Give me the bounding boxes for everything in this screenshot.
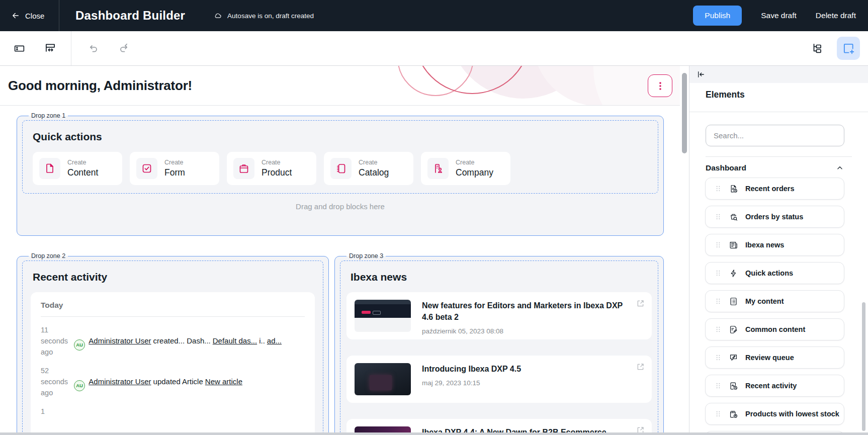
quick-action-prefix: Create xyxy=(359,159,389,166)
dashboard-section-header[interactable]: Dashboard xyxy=(706,163,844,172)
close-button[interactable]: Close xyxy=(0,0,59,31)
element-item[interactable]: Review queue xyxy=(705,346,844,369)
quick-action-card[interactable]: Create Product xyxy=(227,152,316,185)
quick-action-prefix: Create xyxy=(67,159,98,166)
distribute-blocks-button[interactable] xyxy=(44,42,57,55)
el-ibexa-news-icon xyxy=(729,240,738,250)
back-arrow-icon xyxy=(11,11,20,20)
activity-timestamp: 1 xyxy=(41,406,68,417)
drop-zone-3[interactable]: Drop zone 3 Ibexa news New features for … xyxy=(334,252,664,435)
ibexa-news-block[interactable]: Ibexa news New features for Editors and … xyxy=(340,260,658,435)
greeting-title: Good morning, Administrator! xyxy=(8,78,192,94)
element-label: Recent activity xyxy=(745,382,797,390)
activity-message: AU Administrator Usercreated... Dash...D… xyxy=(74,324,305,358)
element-label: Common content xyxy=(745,325,805,333)
collapse-panel-button[interactable] xyxy=(697,70,706,79)
redo-button[interactable] xyxy=(118,42,131,55)
open-external-button[interactable] xyxy=(636,299,645,308)
quick-action-card[interactable]: Create Content xyxy=(33,152,122,185)
collapse-panel-icon xyxy=(697,70,706,79)
canvas-scrollbar-thumb[interactable] xyxy=(682,73,687,153)
panel-title: Elements xyxy=(706,90,868,100)
panel-collapse-strip xyxy=(689,66,868,83)
activity-link[interactable]: Default das... xyxy=(213,336,257,345)
toolbar-divider xyxy=(71,31,71,65)
dashboard-options-button[interactable] xyxy=(648,74,672,97)
panel-divider xyxy=(706,156,852,157)
activity-link[interactable]: Administrator User xyxy=(89,336,151,345)
drop-zone-2[interactable]: Drop zone 2 Recent activity Today 11 sec… xyxy=(17,252,329,435)
drag-handle-icon[interactable] xyxy=(715,354,722,361)
el-my-content-icon xyxy=(729,297,738,306)
drag-handle-icon[interactable] xyxy=(715,410,722,417)
window-bottom-edge xyxy=(0,432,868,435)
drag-handle-icon[interactable] xyxy=(715,241,722,248)
activity-text: created... Dash... xyxy=(153,336,211,345)
autosave-text: Autosave is on, draft created xyxy=(227,12,314,20)
insert-field-button[interactable] xyxy=(13,42,26,55)
drag-handle-icon[interactable] xyxy=(715,298,722,305)
el-products-lowest-stock-icon xyxy=(729,409,738,419)
undo-icon xyxy=(86,42,99,55)
drag-handle-icon[interactable] xyxy=(715,326,722,333)
quick-action-label: Catalog xyxy=(359,167,389,178)
activity-link[interactable]: Administrator User xyxy=(89,377,151,386)
quick-action-card[interactable]: Create Form xyxy=(130,152,219,185)
drop-zone-1-label: Drop zone 1 xyxy=(29,112,68,119)
element-item[interactable]: Products with lowest stock xyxy=(705,403,844,425)
news-title: Introducing Ibexa DXP 4.5 xyxy=(422,363,627,375)
quick-action-label: Content xyxy=(67,167,98,178)
recent-activity-block[interactable]: Recent activity Today 11 seconds ago AU xyxy=(22,260,323,435)
element-item[interactable]: Orders by status xyxy=(705,206,844,228)
drop-zone-1[interactable]: Drop zone 1 Quick actions Create Content xyxy=(17,112,664,236)
news-item[interactable]: New features for Editors and Marketers i… xyxy=(346,292,652,339)
el-quick-actions-icon xyxy=(729,269,738,278)
redo-icon xyxy=(118,42,131,55)
element-item[interactable]: Quick actions xyxy=(705,262,844,284)
structure-view-button[interactable] xyxy=(806,37,829,60)
activity-link[interactable]: ad... xyxy=(267,336,282,345)
drag-handle-icon[interactable] xyxy=(715,270,722,277)
element-item[interactable]: Ibexa news xyxy=(705,234,844,256)
user-avatar-badge: AU xyxy=(74,339,85,351)
chevron-up-icon xyxy=(835,163,844,172)
activity-link[interactable]: New article xyxy=(205,377,242,386)
panel-scrollbar-thumb[interactable] xyxy=(862,302,865,431)
elements-search-input[interactable] xyxy=(706,125,844,146)
collapse-section-button[interactable] xyxy=(835,163,844,172)
open-external-button[interactable] xyxy=(636,362,645,372)
recent-activity-card: Today 11 seconds ago AU Admi xyxy=(31,292,315,435)
element-item[interactable]: Common content xyxy=(705,318,844,340)
panel-header: Elements xyxy=(689,90,868,112)
delete-draft-button[interactable]: Delete draft xyxy=(816,11,856,20)
external-link-icon xyxy=(636,299,645,308)
activity-group-label: Today xyxy=(41,301,305,317)
element-item[interactable]: Recent orders xyxy=(705,178,844,200)
element-label: Recent orders xyxy=(745,185,795,193)
news-title: New features for Editors and Marketers i… xyxy=(422,300,627,323)
quick-action-card[interactable]: Create Company xyxy=(421,152,510,185)
activity-row: 1 xyxy=(41,406,305,417)
element-item[interactable]: My content xyxy=(705,290,844,312)
add-elements-button[interactable] xyxy=(837,37,860,60)
undo-button[interactable] xyxy=(86,42,99,55)
drag-handle-icon[interactable] xyxy=(715,213,722,220)
quick-action-card[interactable]: Create Catalog xyxy=(324,152,413,185)
element-item[interactable]: Recent activity xyxy=(705,375,844,397)
builder-toolbar xyxy=(0,31,868,66)
activity-text: updated Article xyxy=(153,377,203,386)
drag-handle-icon[interactable] xyxy=(715,185,722,192)
news-item[interactable]: Introducing Ibexa DXP 4.5 maj 29, 2023 1… xyxy=(346,356,652,403)
element-label: Quick actions xyxy=(745,269,793,277)
drag-handle-icon[interactable] xyxy=(715,382,722,389)
field-icon xyxy=(13,42,26,55)
publish-button[interactable]: Publish xyxy=(693,6,742,26)
quick-actions-block[interactable]: Quick actions Create Content xyxy=(22,120,658,194)
save-draft-button[interactable]: Save draft xyxy=(761,11,797,20)
activity-text: i.. xyxy=(259,336,265,345)
element-label: Orders by status xyxy=(745,213,803,221)
element-label: My content xyxy=(745,297,784,305)
autosave-status: Autosave is on, draft created xyxy=(213,11,314,21)
activity-list: 11 seconds ago AU Administrator Usercrea… xyxy=(41,324,305,417)
activity-message xyxy=(74,406,305,417)
